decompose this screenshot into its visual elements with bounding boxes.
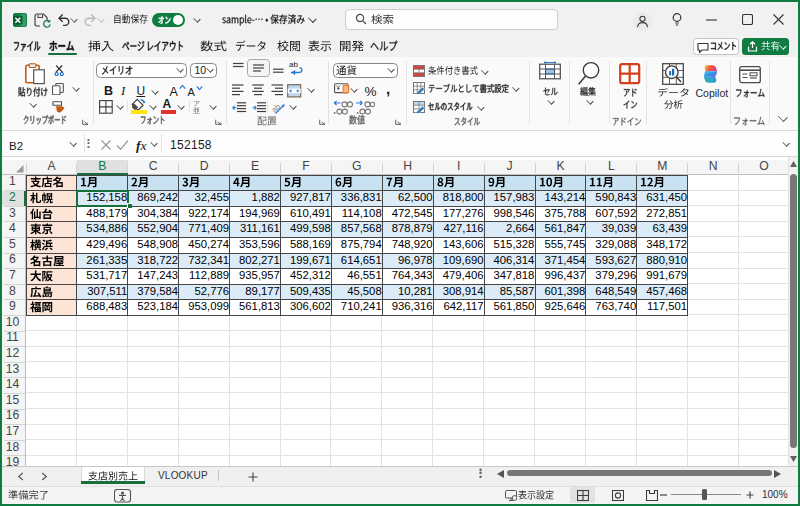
svg-text:ab: ab (289, 60, 298, 69)
